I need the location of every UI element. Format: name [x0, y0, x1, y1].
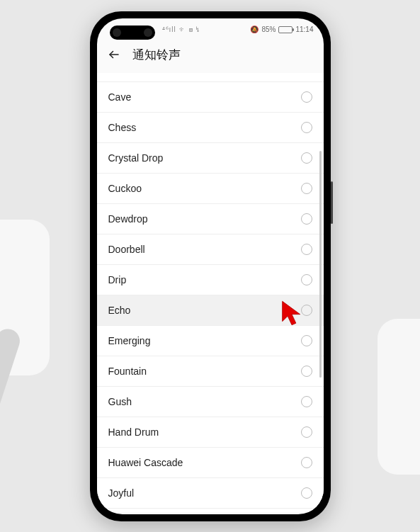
list-item[interactable]: Drip — [97, 265, 324, 295]
radio-icon[interactable] — [301, 487, 312, 499]
page-header: 通知铃声 — [97, 41, 324, 73]
ringtone-label: Emerging — [108, 335, 151, 346]
phone-frame: ⁴⁶ıll ᯤ ▣ ↯ 🔕 85% 11:14 通知铃声 CaveChessCr… — [90, 11, 331, 521]
phone-screen: ⁴⁶ıll ᯤ ▣ ↯ 🔕 85% 11:14 通知铃声 CaveChessCr… — [97, 18, 324, 514]
radio-icon[interactable] — [301, 305, 312, 316]
list-item[interactable]: Chess — [97, 113, 324, 143]
list-item[interactable]: Hand Drum — [97, 417, 324, 448]
ringtone-list[interactable]: CaveChessCrystal DropCuckooDewdropDoorbe… — [97, 73, 324, 512]
radio-icon[interactable] — [301, 457, 312, 468]
battery-icon — [278, 26, 293, 33]
list-item[interactable]: Doorbell — [97, 234, 324, 265]
background-decoration — [378, 319, 420, 475]
ringtone-label: Chess — [108, 122, 137, 133]
ringtone-label: Cave — [108, 91, 132, 103]
phone-side-button — [331, 181, 333, 224]
battery-percentage: 85% — [261, 26, 276, 33]
page-title: 通知铃声 — [132, 47, 181, 63]
ringtone-label: Drip — [108, 274, 127, 285]
radio-icon[interactable] — [301, 152, 312, 164]
ringtone-label: Dewdrop — [108, 213, 148, 225]
ringtone-label: Cuckoo — [108, 183, 142, 194]
ringtone-label: Huawei Cascade — [108, 457, 183, 468]
list-item[interactable]: Gush — [97, 387, 324, 417]
status-time: 11:14 — [295, 26, 313, 33]
radio-icon[interactable] — [301, 183, 312, 194]
list-item[interactable]: Cave — [97, 82, 324, 113]
radio-icon[interactable] — [301, 335, 312, 346]
camera-cutout — [110, 26, 155, 40]
list-item[interactable]: Jump — [97, 509, 324, 512]
ringtone-label: Fountain — [108, 366, 147, 377]
list-item[interactable]: Crystal Drop — [97, 143, 324, 174]
radio-icon[interactable] — [301, 426, 312, 438]
radio-icon[interactable] — [301, 122, 312, 133]
ringtone-label: Joyful — [108, 487, 135, 499]
ringtone-label: Doorbell — [108, 244, 145, 255]
list-item[interactable]: Joyful — [97, 478, 324, 509]
status-network-icons: ⁴⁶ıll ᯤ ▣ ↯ — [162, 26, 201, 33]
back-button[interactable] — [107, 47, 121, 62]
ringtone-label: Hand Drum — [108, 426, 159, 438]
radio-icon[interactable] — [301, 366, 312, 377]
list-item[interactable]: Fountain — [97, 356, 324, 387]
scroll-indicator[interactable] — [319, 151, 322, 378]
ringtone-label: Crystal Drop — [108, 152, 164, 164]
list-item[interactable]: Huawei Cascade — [97, 448, 324, 478]
ringtone-label: Gush — [108, 396, 132, 407]
list-item[interactable]: Emerging — [97, 326, 324, 356]
list-item[interactable]: Dewdrop — [97, 204, 324, 234]
list-item[interactable]: Echo — [97, 295, 324, 326]
radio-icon[interactable] — [301, 244, 312, 255]
radio-icon[interactable] — [301, 396, 312, 407]
ringtone-label: Echo — [108, 305, 131, 316]
list-item[interactable] — [97, 73, 324, 82]
list-item[interactable]: Cuckoo — [97, 174, 324, 204]
alarm-off-icon: 🔕 — [250, 26, 259, 33]
radio-icon[interactable] — [301, 91, 312, 103]
radio-icon[interactable] — [301, 274, 312, 285]
radio-icon[interactable] — [301, 213, 312, 225]
